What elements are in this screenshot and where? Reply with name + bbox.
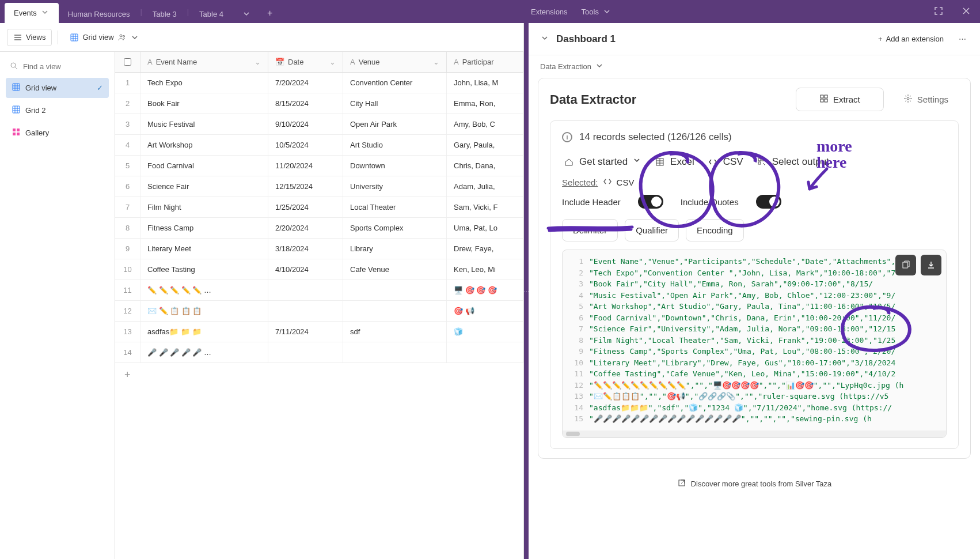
cell-date[interactable] [268, 280, 343, 300]
cell-date[interactable]: 7/20/2024 [268, 73, 343, 93]
cell-venue[interactable]: Art Studio [343, 135, 447, 155]
cell-date[interactable]: 1/25/2024 [268, 197, 343, 217]
table-row[interactable]: 4Art Workshop10/5/2024Art StudioGary, Pa… [115, 135, 523, 156]
cell-event-name[interactable]: 🎤 🎤 🎤 🎤 🎤 … [140, 342, 268, 362]
encoding-button[interactable]: Encoding [686, 219, 744, 241]
hide-fields-icon[interactable] [151, 33, 162, 42]
cell-venue[interactable]: Downtown [343, 156, 447, 176]
cell-venue[interactable]: sdf [343, 322, 447, 342]
sort-icon[interactable] [203, 33, 214, 42]
cell-date[interactable] [268, 301, 343, 321]
table-row[interactable]: 3Music Festival9/10/2024Open Air ParkAmy… [115, 114, 523, 135]
code-output[interactable]: 1"Event Name","Venue","Participants","Sc… [562, 250, 947, 438]
search-input[interactable] [23, 62, 120, 71]
sidebar-item-grid-2[interactable]: Grid 2 [6, 100, 109, 120]
column-date[interactable]: 📅Date⌄ [268, 52, 343, 72]
tab-hr[interactable]: Human Resources [59, 5, 139, 23]
cell-event-name[interactable]: Art Workshop [140, 135, 268, 155]
cell-venue[interactable]: Open Air Park [343, 114, 447, 134]
cell-event-name[interactable]: Film Night [140, 197, 268, 217]
table-row[interactable]: 10Coffee Tasting4/10/2024Cafe VenueKen, … [115, 259, 523, 280]
cell-venue[interactable]: Local Theater [343, 197, 447, 217]
cell-participants[interactable]: Sam, Vicki, F [447, 197, 523, 217]
color-icon[interactable] [220, 33, 231, 42]
csv-button[interactable]: CSV [706, 154, 745, 170]
excel-button[interactable]: Excel [653, 154, 696, 170]
cell-venue[interactable] [343, 342, 447, 362]
sidebar-item-grid-view[interactable]: Grid view✓ [6, 78, 109, 98]
select-output-button[interactable]: Select output [755, 154, 830, 170]
cell-event-name[interactable]: asdfas📁 📁 📁 [140, 322, 268, 342]
cell-event-name[interactable]: ✏️ ✏️ ✏️ ✏️ ✏️ … [140, 280, 268, 300]
tab-events[interactable]: Events [5, 3, 59, 23]
cell-participants[interactable]: Chris, Dana, [447, 156, 523, 176]
cell-date[interactable] [268, 342, 343, 362]
include-header-toggle[interactable] [638, 195, 663, 209]
horizontal-scrollbar[interactable] [563, 430, 946, 437]
cell-date[interactable]: 9/10/2024 [268, 114, 343, 134]
table-row[interactable]: 11✏️ ✏️ ✏️ ✏️ ✏️ …🖥️ 🎯 🎯 🎯 [115, 280, 523, 301]
get-started-button[interactable]: Get started [562, 153, 643, 170]
copy-button[interactable] [895, 255, 916, 275]
find-view[interactable] [6, 58, 109, 75]
cell-event-name[interactable]: Tech Expo [140, 73, 268, 93]
cell-date[interactable]: 10/5/2024 [268, 135, 343, 155]
download-button[interactable] [921, 255, 941, 275]
row-height-icon[interactable] [237, 33, 249, 42]
more-icon[interactable]: ⋯ [956, 32, 968, 46]
cell-event-name[interactable]: ✉️ ✏️ 📋 📋 📋 [140, 301, 268, 321]
cell-venue[interactable]: University [343, 176, 447, 197]
cell-participants[interactable]: Amy, Bob, C [447, 114, 523, 134]
cell-participants[interactable]: Adam, Julia, [447, 176, 523, 197]
cell-date[interactable]: 7/11/2024 [268, 322, 343, 342]
share-icon[interactable] [255, 33, 266, 42]
cell-event-name[interactable]: Music Festival [140, 114, 268, 134]
cell-date[interactable]: 3/18/2024 [268, 239, 343, 259]
cell-event-name[interactable]: Science Fair [140, 176, 268, 197]
table-row[interactable]: 7Film Night1/25/2024Local TheaterSam, Vi… [115, 197, 523, 218]
qualifier-button[interactable]: Qualifier [625, 219, 679, 241]
cell-participants[interactable]: 🎯 📢 [447, 301, 523, 321]
cell-event-name[interactable]: Fitness Camp [140, 218, 268, 238]
cell-participants[interactable]: Drew, Faye, [447, 239, 523, 259]
discover-link[interactable]: Discover more great tools from Silver Ta… [529, 468, 980, 500]
table-row[interactable]: 13asdfas📁 📁 📁7/11/2024sdf🧊 [115, 322, 523, 342]
cell-venue[interactable]: City Hall [343, 93, 447, 114]
data-grid[interactable]: AEvent Name⌄ 📅Date⌄ AVenue⌄ AParticipar … [115, 52, 523, 559]
extract-button[interactable]: Extract [796, 88, 884, 111]
table-row[interactable]: 9Literary Meet3/18/2024LibraryDrew, Faye… [115, 239, 523, 259]
cell-venue[interactable]: Convention Center [343, 73, 447, 93]
sidebar-item-gallery[interactable]: Gallery [6, 123, 109, 143]
cell-date[interactable]: 8/15/2024 [268, 93, 343, 114]
expand-icon[interactable] [932, 4, 945, 20]
chevron-down-icon[interactable] [540, 33, 549, 44]
cell-participants[interactable] [447, 342, 523, 362]
cell-participants[interactable]: 🖥️ 🎯 🎯 🎯 [447, 280, 523, 300]
search-icon[interactable] [505, 33, 516, 42]
table-row[interactable]: 14🎤 🎤 🎤 🎤 🎤 … [115, 342, 523, 363]
chevron-down-icon[interactable]: ⌄ [255, 58, 261, 66]
filter-icon[interactable] [168, 33, 180, 42]
cell-venue[interactable]: Library [343, 239, 447, 259]
pane-splitter[interactable]: ⋮ [524, 23, 529, 559]
cell-participants[interactable]: 🧊 [447, 322, 523, 342]
settings-button[interactable]: Settings [893, 88, 959, 111]
cell-date[interactable]: 11/20/2024 [268, 156, 343, 176]
chevron-down-icon[interactable] [40, 7, 50, 18]
table-row[interactable]: 2Book Fair8/15/2024City HallEmma, Ron, [115, 93, 523, 114]
cell-venue[interactable] [343, 301, 447, 321]
cell-date[interactable]: 2/20/2024 [268, 218, 343, 238]
cell-participants[interactable]: Emma, Ron, [447, 93, 523, 114]
gridview-button[interactable]: Grid view [64, 29, 145, 46]
cell-event-name[interactable]: Food Carnival [140, 156, 268, 176]
cell-venue[interactable] [343, 280, 447, 300]
add-row-button[interactable]: + [115, 363, 523, 387]
table-row[interactable]: 1Tech Expo7/20/2024Convention CenterJohn… [115, 73, 523, 93]
table-row[interactable]: 12✉️ ✏️ 📋 📋 📋🎯 📢 [115, 301, 523, 322]
include-quotes-toggle[interactable] [756, 195, 781, 209]
extension-breadcrumb[interactable]: Data Extraction [529, 55, 980, 78]
tab-overflow[interactable] [233, 5, 260, 23]
column-event-name[interactable]: AEvent Name⌄ [140, 52, 268, 72]
column-participants[interactable]: AParticipar [447, 52, 523, 72]
group-icon[interactable] [185, 33, 197, 42]
